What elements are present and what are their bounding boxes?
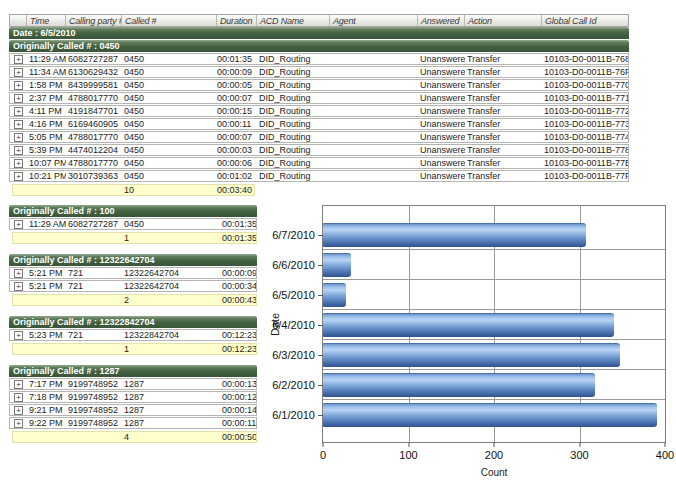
cell-agent — [330, 80, 418, 90]
cell-called: 1287 — [122, 379, 222, 389]
call-row[interactable]: 7:17 PM 9199748952 1287 00:00:13 — [9, 378, 257, 390]
cell-calling-party: 6082727287 — [66, 219, 122, 229]
cell-called: 0450 — [122, 219, 222, 229]
column-header-duration[interactable]: Duration — [217, 15, 257, 26]
call-row[interactable]: 11:29 AM 6082727287 0450 00:01:35 — [9, 218, 257, 230]
cell-acd-name: DID_Routing — [257, 54, 330, 64]
call-row[interactable]: 5:21 PM 721 12322642704 00:00:34 — [9, 280, 257, 292]
summary-count: 1 — [122, 233, 222, 243]
cell-time: 11:34 AM — [27, 67, 66, 77]
column-header-global-call-id[interactable]: Global Call Id — [542, 15, 628, 26]
expand-icon[interactable] — [14, 55, 23, 64]
cell-duration: 00:00:12 — [222, 392, 256, 402]
expand-icon[interactable] — [14, 380, 23, 389]
cell-action: Transfer — [465, 132, 542, 142]
column-header-calling-party[interactable]: Calling party # — [66, 15, 122, 26]
x-tick-mark — [408, 442, 409, 447]
sub-rows-container: 5:23 PM 721 12322842704 00:12:23 — [9, 329, 257, 341]
column-header-answered[interactable]: Answered — [418, 15, 465, 26]
cell-called: 0450 — [122, 158, 217, 168]
cell-called: 12322642704 — [122, 268, 222, 278]
expand-icon[interactable] — [14, 419, 23, 428]
column-header-acd-name[interactable]: ACD Name — [257, 15, 330, 26]
cell-calling-party: 4474012204 — [66, 145, 122, 155]
cell-calling-party: 6130629432 — [66, 67, 122, 77]
expand-icon[interactable] — [14, 282, 23, 291]
cell-time: 5:21 PM — [27, 281, 66, 291]
call-row[interactable]: 9:21 PM 9199748952 1287 00:00:14 — [9, 404, 257, 416]
expand-icon[interactable] — [14, 172, 23, 181]
call-row[interactable]: 5:05 PM 4788017770 0450 00:00:07 DID_Rou… — [9, 131, 629, 143]
cell-time: 9:21 PM — [27, 405, 66, 415]
cell-agent — [330, 132, 418, 142]
expand-icon[interactable] — [14, 146, 23, 155]
column-header-action[interactable]: Action — [465, 15, 542, 26]
cell-duration: 00:01:35 — [222, 219, 256, 229]
expand-icon[interactable] — [14, 159, 23, 168]
cell-called: 0450 — [122, 171, 217, 181]
call-row[interactable]: 9:22 PM 9199748952 1287 00:00:11 — [9, 417, 257, 429]
cell-acd-name: DID_Routing — [257, 119, 330, 129]
cell-called: 12322642704 — [122, 281, 222, 291]
call-row[interactable]: 7:18 PM 9199748952 1287 00:00:12 — [9, 391, 257, 403]
expand-icon[interactable] — [14, 406, 23, 415]
call-row[interactable]: 5:23 PM 721 12322842704 00:12:23 — [9, 329, 257, 341]
cell-action: Transfer — [465, 171, 542, 181]
cell-called: 0450 — [122, 93, 217, 103]
expand-icon[interactable] — [14, 81, 23, 90]
cell-global-call-id: 10103-D0-0011B-773 — [542, 119, 628, 129]
summary-count: 4 — [122, 432, 222, 442]
called-group-header: Originally Called # : 12322642704 — [9, 254, 257, 266]
call-row[interactable]: 2:37 PM 4788017770 0450 00:00:07 DID_Rou… — [9, 92, 629, 104]
call-row[interactable]: 1:58 PM 8439999581 0450 00:00:05 DID_Rou… — [9, 79, 629, 91]
cell-time: 5:23 PM — [27, 330, 66, 340]
cell-answered: Unanswered — [418, 67, 465, 77]
call-row[interactable]: 11:29 AM 6082727287 0450 00:01:35 DID_Ro… — [9, 53, 629, 65]
expand-icon[interactable] — [14, 133, 23, 142]
cell-acd-name: DID_Routing — [257, 80, 330, 90]
expand-icon[interactable] — [14, 120, 23, 129]
expand-icon[interactable] — [14, 331, 23, 340]
cell-calling-party: 9199748952 — [66, 405, 122, 415]
expand-icon[interactable] — [14, 94, 23, 103]
expand-icon[interactable] — [14, 220, 23, 229]
call-row[interactable]: 10:07 PM 4788017770 0450 00:00:06 DID_Ro… — [9, 157, 629, 169]
expand-icon[interactable] — [14, 393, 23, 402]
cell-called: 0450 — [122, 106, 217, 116]
cell-duration: 00:00:15 — [217, 106, 257, 116]
cell-duration: 00:00:13 — [222, 379, 256, 389]
cell-global-call-id: 10103-D0-0011B-771 — [542, 93, 628, 103]
cell-answered: Unanswered — [418, 132, 465, 142]
column-header-agent[interactable]: Agent — [330, 15, 418, 26]
expand-icon[interactable] — [14, 68, 23, 77]
cell-global-call-id: 10103-D0-0011B-778 — [542, 145, 628, 155]
cell-global-call-id: 10103-D0-0011B-772 — [542, 106, 628, 116]
cell-time: 4:11 PM — [27, 106, 66, 116]
plot-area: 6/7/20106/6/20106/5/20106/4/20106/3/2010… — [322, 205, 666, 443]
cell-calling-party: 9199748952 — [66, 418, 122, 428]
column-header-time[interactable]: Time — [27, 15, 66, 26]
cell-duration: 00:00:07 — [217, 93, 257, 103]
call-row[interactable]: 11:34 AM 6130629432 0450 00:00:09 DID_Ro… — [9, 66, 629, 78]
summary-duration: 00:03:40 — [217, 185, 254, 195]
y-tick-label: 6/4/2010 — [272, 319, 315, 331]
cell-answered: Unanswered — [418, 145, 465, 155]
cell-calling-party: 721 — [66, 268, 122, 278]
call-row[interactable]: 5:21 PM 721 12322642704 00:00:09 — [9, 267, 257, 279]
column-header-called[interactable]: Called # — [122, 15, 217, 26]
sub-rows-container: 11:29 AM 6082727287 0450 00:01:35 — [9, 218, 257, 230]
cell-time: 11:29 AM — [27, 54, 66, 64]
cell-answered: Unanswered — [418, 93, 465, 103]
call-row[interactable]: 4:16 PM 6169460905 0450 00:00:11 DID_Rou… — [9, 118, 629, 130]
call-row[interactable]: 4:11 PM 4191847701 0450 00:00:15 DID_Rou… — [9, 105, 629, 117]
x-axis-ticks-layer: 0100200300400 — [323, 206, 665, 442]
call-row[interactable]: 10:21 PM 3010739363 0450 00:01:02 DID_Ro… — [9, 170, 629, 182]
call-report-window: Time Calling party # Called # Duration A… — [0, 0, 676, 485]
cell-duration: 00:00:05 — [217, 80, 257, 90]
expand-icon[interactable] — [14, 269, 23, 278]
cell-agent — [330, 67, 418, 77]
call-row[interactable]: 5:39 PM 4474012204 0450 00:00:03 DID_Rou… — [9, 144, 629, 156]
expand-icon[interactable] — [14, 107, 23, 116]
cell-time: 2:37 PM — [27, 93, 66, 103]
cell-acd-name: DID_Routing — [257, 106, 330, 116]
